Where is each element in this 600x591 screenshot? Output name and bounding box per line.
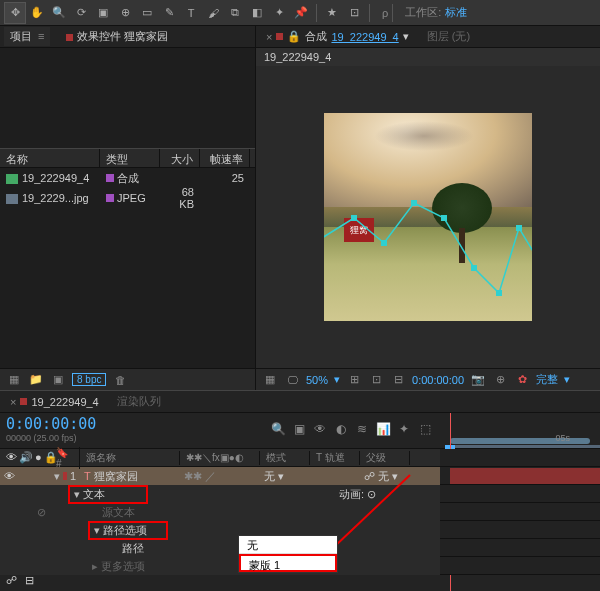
viewer-canvas[interactable]: 狸窝 bbox=[256, 66, 600, 368]
blend-mode-dropdown[interactable]: 无 bbox=[264, 469, 275, 484]
tab-timeline-comp[interactable]: × 19_222949_4 bbox=[6, 394, 103, 410]
timeline-tracks[interactable]: 05s bbox=[440, 413, 600, 575]
graph-icon[interactable]: 📊 bbox=[374, 421, 392, 437]
new-folder-icon[interactable]: 📁 bbox=[28, 372, 44, 388]
toggle-switches-icon[interactable]: ☍ bbox=[6, 574, 17, 587]
lock-icon[interactable]: 🔒 bbox=[287, 30, 301, 43]
time-display[interactable]: 0:00:00:00 bbox=[412, 374, 464, 386]
chevron-down-icon[interactable]: ▾ bbox=[403, 30, 409, 43]
path-prop-label: 路径 bbox=[122, 541, 144, 556]
channel-icon[interactable]: ⊕ bbox=[492, 372, 508, 388]
tab-project[interactable]: 项目≡ bbox=[4, 27, 50, 46]
search-icon[interactable]: ρ bbox=[382, 7, 388, 19]
twirl-icon[interactable]: ▾ bbox=[94, 524, 100, 537]
more-options-group[interactable]: 更多选项 bbox=[101, 559, 145, 574]
col-parent[interactable]: 父级 bbox=[360, 451, 410, 465]
current-time[interactable]: 0:00:00:00 bbox=[6, 415, 96, 433]
close-icon[interactable]: × bbox=[266, 31, 272, 43]
camera-tool-icon[interactable]: ▣ bbox=[92, 2, 114, 24]
property-row[interactable]: ⊘ 源文本 bbox=[0, 503, 440, 521]
frame-blend-icon[interactable]: ◐ bbox=[332, 421, 350, 437]
project-item[interactable]: 19_222949_4 合成 25 bbox=[0, 168, 255, 188]
tab-layer[interactable]: 图层 (无) bbox=[423, 27, 474, 46]
comp-breadcrumb[interactable]: 19_222949_4 bbox=[256, 48, 600, 66]
path-dropdown-menu: 无 蒙版 1 bbox=[238, 535, 338, 573]
anchor-tool-icon[interactable]: ⊕ bbox=[114, 2, 136, 24]
property-row[interactable]: 路径 无 ▾ bbox=[0, 539, 440, 557]
workspace-dropdown[interactable]: 标准 bbox=[445, 5, 467, 20]
snap-icon[interactable]: ⊡ bbox=[343, 2, 365, 24]
col-trkmat[interactable]: T 轨遮 bbox=[310, 451, 360, 465]
search-icon[interactable]: 🔍 bbox=[269, 421, 287, 437]
puppet-tool-icon[interactable]: 📌 bbox=[290, 2, 312, 24]
roto-tool-icon[interactable]: ✦ bbox=[268, 2, 290, 24]
snapshot-icon[interactable]: 📷 bbox=[470, 372, 486, 388]
rotate-tool-icon[interactable]: ⟳ bbox=[70, 2, 92, 24]
separator bbox=[392, 4, 393, 22]
twirl-icon[interactable]: ▾ bbox=[54, 470, 60, 483]
interpret-footage-icon[interactable]: ▦ bbox=[6, 372, 22, 388]
tab-composition[interactable]: × 🔒 合成 19_222949_4 ▾ bbox=[262, 27, 413, 46]
timeline-footer: ☍ ⊟ bbox=[0, 569, 40, 591]
property-row[interactable]: ▾文本 动画:⊙ bbox=[0, 485, 440, 503]
color-mgmt-icon[interactable]: ✿ bbox=[514, 372, 530, 388]
brush-tool-icon[interactable]: 🖌 bbox=[202, 2, 224, 24]
pen-tool-icon[interactable]: ✎ bbox=[158, 2, 180, 24]
grid-icon[interactable]: ⊟ bbox=[390, 372, 406, 388]
zoom-dropdown[interactable]: 50% bbox=[306, 374, 328, 386]
twirl-icon[interactable]: ▾ bbox=[74, 488, 80, 501]
toggle-modes-icon[interactable]: ⊟ bbox=[25, 574, 34, 587]
source-text-prop[interactable]: 源文本 bbox=[102, 505, 135, 520]
bpc-button[interactable]: 8 bpc bbox=[72, 373, 106, 386]
quality-dropdown[interactable]: 完整 bbox=[536, 372, 558, 387]
layer-row[interactable]: 👁 ▾1 T狸窝家园 ✱✱ ／ 无 ▾ ☍ 无 ▾ bbox=[0, 467, 440, 485]
new-comp-icon[interactable]: ▣ bbox=[50, 372, 66, 388]
layer-duration-bar[interactable] bbox=[450, 468, 600, 484]
col-size[interactable]: 大小 bbox=[160, 149, 200, 167]
eye-icon[interactable]: 👁 bbox=[6, 451, 17, 464]
draft3d-icon[interactable]: ⬚ bbox=[416, 421, 434, 437]
selection-tool-icon[interactable]: ✥ bbox=[4, 2, 26, 24]
project-item[interactable]: 19_2229...jpg JPEG 68 KB bbox=[0, 188, 255, 208]
brain-icon[interactable]: ✦ bbox=[395, 421, 413, 437]
twirl-icon[interactable]: ▸ bbox=[92, 560, 98, 573]
dropdown-option-none[interactable]: 无 bbox=[239, 536, 337, 554]
property-row[interactable]: ▸更多选项 bbox=[0, 557, 440, 575]
shy-icon[interactable]: 👁 bbox=[311, 421, 329, 437]
solo-icon[interactable]: ● bbox=[35, 451, 42, 464]
property-row[interactable]: ▾路径选项 bbox=[0, 521, 440, 539]
col-type[interactable]: 类型 bbox=[100, 149, 160, 167]
audio-icon[interactable]: 🔊 bbox=[19, 451, 33, 464]
display-icon[interactable]: 🖵 bbox=[284, 372, 300, 388]
clone-tool-icon[interactable]: ⧉ bbox=[224, 2, 246, 24]
hand-tool-icon[interactable]: ✋ bbox=[26, 2, 48, 24]
col-name[interactable]: 名称 bbox=[0, 149, 100, 167]
col-source-name[interactable]: 源名称 bbox=[80, 451, 180, 465]
motion-blur-icon[interactable]: ≋ bbox=[353, 421, 371, 437]
shape-tool-icon[interactable]: ▭ bbox=[136, 2, 158, 24]
zoom-tool-icon[interactable]: 🔍 bbox=[48, 2, 70, 24]
stopwatch-icon[interactable]: ⊘ bbox=[37, 506, 46, 519]
eraser-tool-icon[interactable]: ◧ bbox=[246, 2, 268, 24]
panel-menu-icon[interactable]: ≡ bbox=[38, 30, 44, 42]
snap-star-icon[interactable]: ★ bbox=[321, 2, 343, 24]
workspace-label: 工作区: bbox=[405, 5, 441, 20]
time-ruler[interactable]: 05s bbox=[440, 413, 600, 449]
animate-add-icon[interactable]: ⊙ bbox=[367, 488, 376, 501]
col-mode[interactable]: 模式 bbox=[260, 451, 310, 465]
comp-mini-icon[interactable]: ▣ bbox=[290, 421, 308, 437]
resolution-icon[interactable]: ⊞ bbox=[346, 372, 362, 388]
project-list[interactable]: 名称 类型 大小 帧速率 19_222949_4 合成 25 19_2229..… bbox=[0, 48, 255, 368]
delete-icon[interactable]: 🗑 bbox=[112, 372, 128, 388]
comp-link[interactable]: 19_222949_4 bbox=[331, 31, 398, 43]
region-icon[interactable]: ⊡ bbox=[368, 372, 384, 388]
dropdown-option-mask1[interactable]: 蒙版 1 bbox=[239, 554, 337, 572]
close-icon[interactable]: × bbox=[10, 396, 16, 408]
tab-render-queue[interactable]: 渲染队列 bbox=[113, 392, 165, 411]
col-fps[interactable]: 帧速率 bbox=[200, 149, 250, 167]
tab-effect-controls[interactable]: 效果控件 狸窝家园 bbox=[60, 27, 174, 46]
alpha-icon[interactable]: ▦ bbox=[262, 372, 278, 388]
eye-toggle-icon[interactable]: 👁 bbox=[4, 470, 15, 482]
parent-dropdown[interactable]: 无 bbox=[378, 469, 389, 484]
text-tool-icon[interactable]: T bbox=[180, 2, 202, 24]
